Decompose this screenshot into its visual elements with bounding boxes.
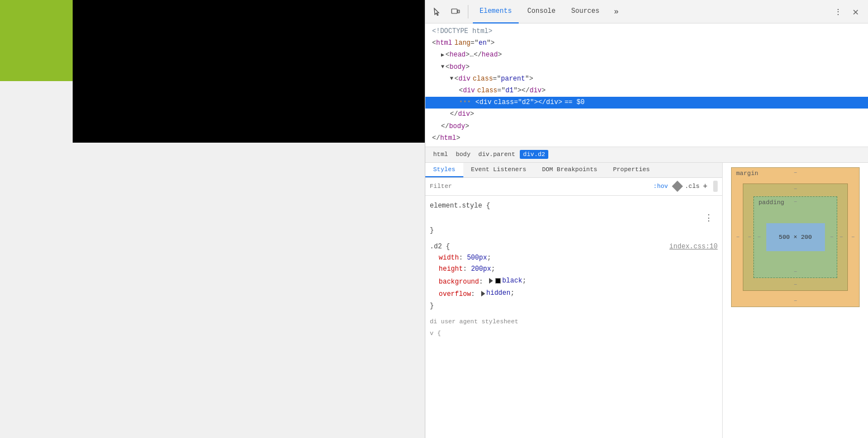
overflow-menu-icon[interactable]: ⋮ <box>704 211 713 227</box>
overflow-triangle-icon[interactable] <box>481 291 485 296</box>
padding-top-value: − <box>794 199 797 205</box>
filter-input[interactable] <box>430 183 648 190</box>
border-bottom-value: − <box>794 282 797 288</box>
styles-tabs: Styles Event Listeners DOM Breakpoints P… <box>425 163 722 178</box>
color-triangle-icon[interactable] <box>489 278 493 284</box>
elements-panel: <!DOCTYPE html> <html lang="en"> ▶ <head… <box>425 23 868 438</box>
inspect-button[interactable] <box>430 4 445 20</box>
padding-left-value: − <box>757 234 761 240</box>
margin-top-value: − <box>794 170 797 176</box>
tab-elements[interactable]: Elements <box>473 0 519 23</box>
box-model-border: border − − − − padding − − − − <box>743 183 848 291</box>
device-toolbar-button[interactable] <box>448 4 463 20</box>
div-d2-line[interactable]: ••• <div class="d2"></div> == $0 <box>425 97 868 109</box>
close-devtools-button[interactable]: ✕ <box>848 4 864 20</box>
css-rules-area[interactable]: element.style { ⋮ } .d2 { index.css:10 <box>425 196 722 438</box>
styles-scrollbar[interactable] <box>713 181 718 192</box>
body-open-line[interactable]: ▼ <body> <box>425 62 868 73</box>
html-tree: <!DOCTYPE html> <html lang="en"> ▶ <head… <box>425 23 868 147</box>
more-tabs-button[interactable]: » <box>610 4 622 20</box>
padding-right-value: − <box>830 234 833 240</box>
green-box-element <box>0 0 73 81</box>
box-model-panel: margin − − − − border − − − − <box>723 163 868 438</box>
css-source-link[interactable]: index.css:10 <box>670 241 718 252</box>
tab-styles[interactable]: Styles <box>425 163 463 177</box>
tab-dom-breakpoints[interactable]: DOM Breakpoints <box>534 163 605 177</box>
styles-panel: Styles Event Listeners DOM Breakpoints P… <box>425 163 723 438</box>
filter-hov-button[interactable]: :hov <box>651 182 670 191</box>
filter-bar: :hov .cls + <box>425 178 722 196</box>
head-tag-line[interactable]: ▶ <head>…</head> <box>425 49 868 61</box>
breadcrumb-div-parent[interactable]: div.parent <box>475 150 519 159</box>
html-tag-line[interactable]: <html lang="en"> <box>425 37 868 49</box>
div-parent-open-line[interactable]: ▼ <div class="parent"> <box>425 73 868 85</box>
margin-left-value: − <box>736 234 739 240</box>
breadcrumb-div-d2[interactable]: div.d2 <box>520 150 549 159</box>
color-swatch[interactable] <box>495 278 501 284</box>
user-agent-rule-block: di user agent stylesheet v { <box>425 314 722 341</box>
options-button[interactable]: ⋮ <box>830 4 846 20</box>
black-box-element <box>73 0 425 143</box>
box-model-content: 500 × 200 <box>766 223 825 251</box>
breadcrumb-html[interactable]: html <box>430 150 451 159</box>
border-top-value: − <box>794 186 797 192</box>
svg-rect-1 <box>458 10 459 13</box>
d2-rule-block: .d2 { index.css:10 width: 500px; height:… <box>425 239 722 314</box>
filter-add-button[interactable]: + <box>703 182 708 191</box>
div-parent-close-line[interactable]: </div> <box>425 109 868 120</box>
filter-diamond-icon[interactable] <box>672 181 683 192</box>
filter-cls-button[interactable]: .cls <box>685 183 699 190</box>
div-d1-line[interactable]: <div class="d1"></div> <box>425 85 868 97</box>
margin-label: margin <box>736 170 758 177</box>
border-left-value: − <box>748 234 751 240</box>
box-model-padding: padding − − − − 500 × 200 <box>753 196 837 278</box>
margin-bottom-value: − <box>794 298 797 304</box>
browser-viewport <box>0 0 425 438</box>
breadcrumb-body[interactable]: body <box>452 150 473 159</box>
body-close-line[interactable]: </body> <box>425 121 868 133</box>
breadcrumb-bar: html body div.parent div.d2 <box>425 147 868 163</box>
doctype-line[interactable]: <!DOCTYPE html> <box>425 26 868 37</box>
box-model-margin: margin − − − − border − − − − <box>731 167 860 307</box>
tab-sources[interactable]: Sources <box>565 0 606 23</box>
tab-properties[interactable]: Properties <box>605 163 658 177</box>
bottom-panel: Styles Event Listeners DOM Breakpoints P… <box>425 163 868 438</box>
padding-bottom-value: − <box>794 269 797 275</box>
element-style-rule: element.style { ⋮ } <box>425 198 722 239</box>
padding-label: padding <box>758 199 784 206</box>
border-right-value: − <box>839 234 843 240</box>
background-property: background <box>439 278 479 286</box>
html-close-line[interactable]: </html> <box>425 133 868 144</box>
toolbar-separator <box>468 5 468 18</box>
tab-event-listeners[interactable]: Event Listeners <box>463 163 534 177</box>
tab-console[interactable]: Console <box>521 0 562 23</box>
svg-rect-0 <box>452 9 457 13</box>
box-model-diagram: margin − − − − border − − − − <box>731 167 860 307</box>
devtools-panel: Elements Console Sources » ⋮ ✕ <!DOCTYPE… <box>425 0 868 438</box>
margin-right-value: − <box>851 234 855 240</box>
devtools-toolbar: Elements Console Sources » ⋮ ✕ <box>425 0 868 23</box>
